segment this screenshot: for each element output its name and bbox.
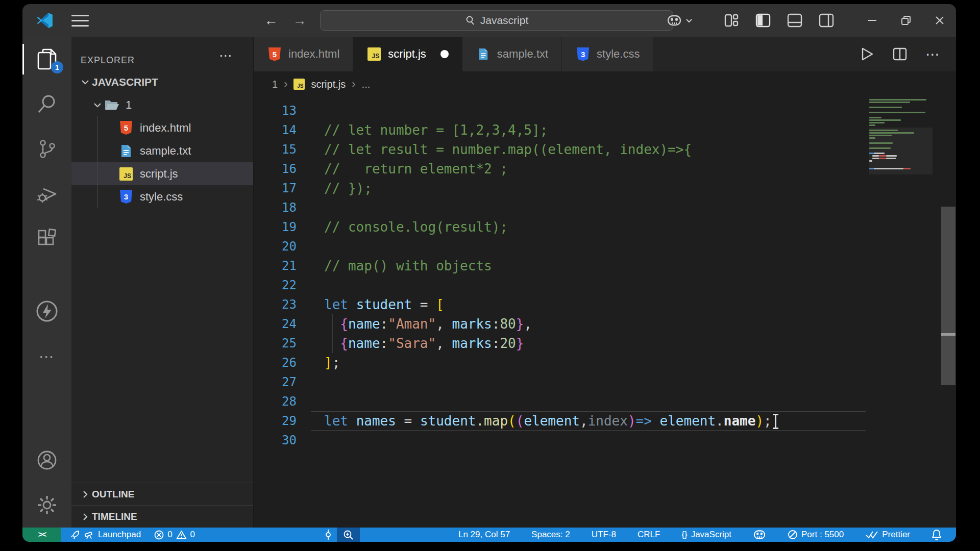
code-lines: 1314// let number = [1,2,3,4,5];15// let… [254,97,956,450]
outline-section[interactable]: OUTLINE [71,483,253,505]
code-line-20[interactable]: 20 [254,237,956,256]
line-number: 30 [254,433,311,447]
tree-file-style-css[interactable]: 3 style.css [71,185,253,208]
explorer-title: EXPLORER [81,55,135,66]
code-line-17[interactable]: 17// }); [254,179,956,198]
code-editor[interactable]: 1314// let number = [1,2,3,4,5];15// let… [254,97,956,528]
line-number: 20 [254,239,311,254]
minimap[interactable] [869,99,933,170]
vertical-scrollbar[interactable] [941,97,956,528]
search-icon [465,15,475,26]
focus-indicator-icon[interactable] [325,529,332,540]
file-label: index.html [140,121,191,135]
explorer-more-actions[interactable]: ⋯ [219,48,233,64]
line-number: 24 [254,317,311,331]
activity-search[interactable] [22,82,71,127]
folder-open-icon [104,97,119,113]
eol-sequence[interactable]: CRLF [634,528,663,542]
tree-root-javascript[interactable]: JAVASCRIPT [71,70,253,93]
encoding[interactable]: UTF-8 [589,528,619,542]
launchpad-item[interactable]: Launchpad [67,528,144,542]
nav-back-button[interactable]: ← [261,11,281,30]
tab-style-css[interactable]: 3 style.css [562,37,653,71]
title-bar: ← → Javascript [22,4,956,37]
code-line-15[interactable]: 15// let result = number.map((element, i… [254,140,956,159]
code-line-18[interactable]: 18 [254,198,956,217]
code-line-23[interactable]: 23let student = [ [254,295,956,314]
code-line-25[interactable]: 25 {name:"Sara", marks:20} [254,334,956,353]
live-server-port[interactable]: Port : 5500 [785,528,847,542]
tab-bar: 5 index.html JS script.js [254,37,956,71]
activity-more[interactable]: ⋯ [22,334,71,379]
editor-more-actions[interactable]: ⋯ [923,45,942,63]
split-editor-button[interactable] [891,45,909,63]
close-button[interactable] [930,11,949,30]
problems-item[interactable]: 0 0 [151,528,198,542]
indent-guide [97,162,97,185]
nav-forward-button[interactable]: → [290,11,309,30]
zoom-status-item[interactable] [337,528,360,542]
tree-folder-1[interactable]: 1 [71,93,253,116]
remote-indicator[interactable]: >< [22,528,61,542]
tab-label: script.js [388,47,426,61]
code-line-24[interactable]: 24 {name:"Aman", marks:80}, [254,314,956,334]
line-number: 21 [254,259,311,273]
tab-label: sample.txt [497,47,548,61]
notifications-bell[interactable] [928,528,945,542]
restore-button[interactable] [897,11,915,30]
breadcrumb[interactable]: 1 › JS script.js › ... [254,71,956,97]
code-line-16[interactable]: 16// return element*2 ; [254,159,956,179]
activity-run-debug[interactable] [22,171,71,216]
activity-live-server[interactable] [22,289,71,334]
tab-sample-txt[interactable]: sample.txt [462,37,562,71]
activity-account[interactable] [22,438,71,483]
code-line-29[interactable]: 29let names = student.map((element,index… [254,411,956,431]
tab-index-html[interactable]: 5 index.html [254,37,353,71]
activity-extensions[interactable] [22,216,71,261]
timeline-section[interactable]: TIMELINE [71,505,253,528]
js-file-icon: JS [366,46,382,62]
code-line-13[interactable]: 13 [254,101,956,120]
breadcrumb-folder[interactable]: 1 [272,79,278,90]
code-line-27[interactable]: 27 [254,372,956,392]
tab-label: style.css [597,47,640,61]
code-line-22[interactable]: 22 [254,276,956,295]
minimize-button[interactable] [863,11,881,30]
code-line-21[interactable]: 21// map() with objects [254,256,956,276]
activity-settings[interactable] [22,483,71,528]
toggle-sidebar-icon[interactable] [754,11,772,30]
indentation[interactable]: Spaces: 2 [528,528,573,542]
command-center-search[interactable]: Javascript [320,10,673,31]
tree-file-index-html[interactable]: 5 index.html [71,116,253,139]
scrollbar-thumb[interactable] [941,207,955,385]
modified-dot-icon[interactable] [440,50,449,58]
error-count: 0 [167,530,172,540]
line-number: 14 [254,123,311,137]
chevron-down-icon [685,18,693,23]
copilot-menu[interactable] [665,11,693,30]
extensions-icon [37,229,57,249]
activity-source-control[interactable] [22,127,71,171]
copilot-status[interactable] [750,528,769,542]
code-line-14[interactable]: 14// let number = [1,2,3,4,5]; [254,120,956,140]
language-mode[interactable]: {} JavaScript [678,528,734,542]
activity-explorer[interactable]: 1 [22,37,71,82]
tab-script-js[interactable]: JS script.js [353,37,462,71]
code-line-19[interactable]: 19// console.log(result); [254,217,956,237]
code-line-28[interactable]: 28 [254,392,956,411]
code-line-30[interactable]: 30 [254,431,956,450]
customize-layout-icon[interactable] [722,11,741,30]
tree-file-sample-txt[interactable]: sample.txt [71,139,253,162]
code-line-26[interactable]: 26]; [254,353,956,372]
breadcrumb-symbol-more[interactable]: ... [362,79,371,90]
tree-file-script-js[interactable]: JS script.js [71,162,253,185]
menu-hamburger-icon[interactable] [71,12,89,29]
toggle-panel-icon[interactable] [786,11,804,30]
toggle-secondary-sidebar-icon[interactable] [817,11,836,30]
breadcrumb-file[interactable]: script.js [311,79,346,90]
prettier-status[interactable]: Prettier [862,528,913,542]
cursor-position[interactable]: Ln 29, Col 57 [455,528,513,542]
run-file-button[interactable] [858,45,876,63]
css-file-icon: 3 [575,46,591,62]
debug-icon [36,184,58,204]
